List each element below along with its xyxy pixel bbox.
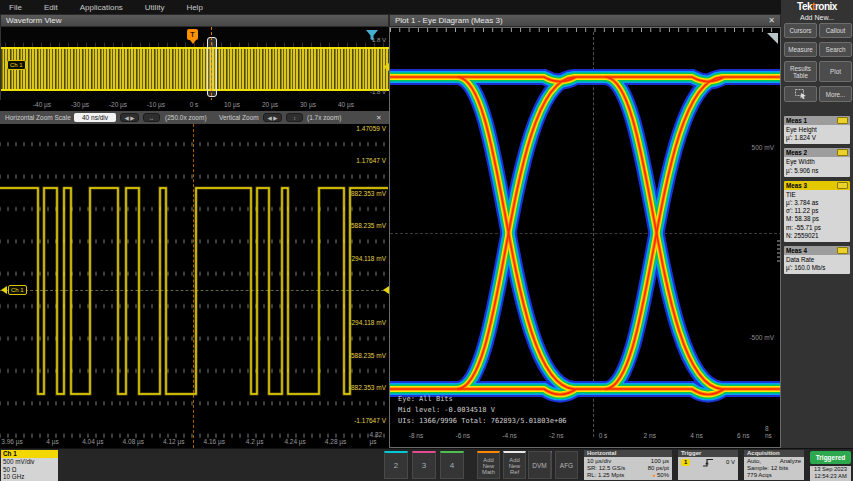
draw-a-box-icon[interactable] xyxy=(784,86,817,102)
zoom-time-label: 4.04 µs xyxy=(82,438,103,445)
measurement-value-line: M: 58.38 ps xyxy=(786,215,848,223)
dvm-button[interactable]: DVM xyxy=(528,451,551,479)
sidebar-button-cursors[interactable]: Cursors xyxy=(784,23,817,38)
measurement-badge-header: Meas 1 xyxy=(784,116,850,125)
vertical-zoom-toggle[interactable]: ↕ xyxy=(286,113,303,122)
channel1-badge-settings: 500 mV/div50 Ω10 GHz xyxy=(1,458,58,481)
waveform-view-titlebar[interactable]: Waveform View xyxy=(0,14,389,27)
horizontal-row: SR: 12.5 GS/s80 ps/pt xyxy=(587,465,669,472)
channel3-button[interactable]: 3 xyxy=(412,451,436,479)
vertical-zoom-step-buttons[interactable]: ◀ ▶ xyxy=(263,113,282,122)
horizontal-value: 10 µs/div xyxy=(587,458,611,465)
eye-annotation-uis: UIs: 1366/9996 Total: 762893/5.01803e+06 xyxy=(398,417,567,425)
sidebar-button-results-table[interactable]: Results Table xyxy=(784,61,817,82)
horizontal-zoom-scale-label: Horizontal Zoom Scale xyxy=(5,113,71,122)
sidebar-button-measure[interactable]: Measure xyxy=(784,42,817,57)
measurement-value-line: µ': 5.906 ns xyxy=(786,167,848,175)
acquisition-sample-bits: Sample: 12 bits xyxy=(747,465,788,472)
acquisition-panel[interactable]: Acquisition Auto,Analyze Sample: 12 bits… xyxy=(744,450,804,480)
measurement-badge-2[interactable]: Meas 2Eye Widthµ': 5.906 ns xyxy=(784,148,850,176)
zoom-bar-close-icon[interactable]: ✕ xyxy=(376,113,381,122)
measurement-badge-4[interactable]: Meas 4Data Rateµ': 160.0 Mb/s xyxy=(784,246,850,274)
add-new-ref-button[interactable]: Add New Ref xyxy=(503,451,526,479)
measurement-value-line: TIE xyxy=(786,191,848,199)
zoom-time-label: 4.32 µs xyxy=(370,431,383,445)
measurement-value-line: m: -55.71 ps xyxy=(786,224,848,232)
measurement-badge-3[interactable]: Meas 3TIEµ': 3.784 asσ': 11.22 psM: 58.3… xyxy=(784,181,850,242)
acquisition-analyze: Analyze xyxy=(780,458,801,465)
overview-axis-label: 30 µs xyxy=(300,101,316,108)
sidebar-button-more[interactable]: More... xyxy=(819,86,852,102)
time-value: 12:54:23 AM xyxy=(810,473,851,480)
measurement-value-line: Data Rate xyxy=(786,256,848,264)
zoom-waveform-plot[interactable]: Ch 1 1.47059 V1.17647 V882.353 mV588.235… xyxy=(0,124,389,448)
zoom-voltage-label: -588.235 mV xyxy=(349,351,386,358)
menu-item-applications[interactable]: Applications xyxy=(80,3,123,12)
menu-item-edit[interactable]: Edit xyxy=(44,3,58,12)
trigger-level-value: 0 V xyxy=(726,459,735,466)
eye-diagram-titlebar[interactable]: Plot 1 - Eye Diagram (Meas 3) ✕ xyxy=(389,14,781,27)
horizontal-zoom-step-buttons[interactable]: ◀ ▶ xyxy=(120,113,139,122)
tektronix-logo: Tektronix xyxy=(781,1,853,12)
horizontal-zoom-scale-input[interactable]: 40 ns/div xyxy=(74,113,116,122)
channel2-button[interactable]: 2 xyxy=(384,451,408,479)
menu-item-utility[interactable]: Utility xyxy=(145,3,165,12)
horizontal-panel[interactable]: Horizontal 10 µs/div100 µsSR: 12.5 GS/s8… xyxy=(584,450,672,480)
horizontal-row: 10 µs/div100 µs xyxy=(587,458,669,465)
overview-axis-label: 20 µs xyxy=(262,101,278,108)
measurement-source-chip xyxy=(837,117,848,124)
channel1-badge[interactable]: Ch 1 500 mV/div50 Ω10 GHz xyxy=(1,450,58,481)
overview-axis-label: 10 µs xyxy=(224,101,240,108)
trigger-position-bullet-icon: ● xyxy=(653,472,657,478)
sidebar-grip-handle[interactable] xyxy=(777,240,780,262)
overview-channel-tag[interactable]: Ch 1 xyxy=(7,60,26,70)
menu-item-file[interactable]: File xyxy=(9,3,22,12)
measurement-value-line: σ': 11.22 ps xyxy=(786,207,848,215)
overview-axis-label: -40 µs xyxy=(33,101,51,108)
measurement-name: Meas 1 xyxy=(786,117,807,124)
zoom-voltage-label: 588.235 mV xyxy=(351,222,386,229)
zoom-voltage-label: -1.17647 V xyxy=(354,416,386,423)
eye-upper-voltage-label: 500 mV xyxy=(752,144,774,151)
run-status-button[interactable]: Triggered xyxy=(810,451,851,464)
horizontal-value: ● 50% xyxy=(653,472,669,479)
channel1-setting-line: 500 mV/div xyxy=(3,458,56,466)
channel4-button[interactable]: 4 xyxy=(440,451,464,479)
zoom-voltage-label: 882.353 mV xyxy=(351,189,386,196)
horizontal-value: RL: 1.25 Mpts xyxy=(587,472,624,479)
afg-button[interactable]: AFG xyxy=(555,451,578,479)
trigger-position-icon[interactable]: T xyxy=(187,29,198,40)
acquisition-mode: Auto, xyxy=(747,458,761,465)
zoom-channel-tag[interactable]: Ch 1 xyxy=(8,285,27,295)
waveform-overview[interactable]: Ch 1 T 1.8 V -1.8 V xyxy=(0,27,389,101)
menu-bar: FileEditApplicationsUtilityHelp xyxy=(0,0,853,14)
add-new-math-button[interactable]: Add New Math xyxy=(477,451,500,479)
measurement-values: Eye Heightµ': 1.824 V xyxy=(784,125,850,144)
eye-time-label: 8 ns xyxy=(765,425,775,439)
sidebar-button-search[interactable]: Search xyxy=(819,42,852,57)
menu-item-help[interactable]: Help xyxy=(186,3,202,12)
trigger-panel[interactable]: Trigger 1 0 V xyxy=(678,450,738,480)
eye-diagram-close-icon[interactable]: ✕ xyxy=(768,16,775,25)
sidebar-button-callout[interactable]: Callout xyxy=(819,23,852,38)
zoom-time-label: 4.08 µs xyxy=(123,438,144,445)
zoom-time-label: 4.12 µs xyxy=(163,438,184,445)
measurement-badge-1[interactable]: Meas 1Eye Heightµ': 1.824 V xyxy=(784,116,850,144)
measurement-source-chip xyxy=(837,247,848,254)
measurement-values: Data Rateµ': 160.0 Mb/s xyxy=(784,255,850,274)
eye-annotation-midlevel: Mid level: -0.0034518 V xyxy=(398,406,495,414)
eye-diagram-plot[interactable]: 500 mV -500 mV Eye: All Bits Mid level: … xyxy=(389,27,781,448)
overview-waveform-band xyxy=(1,47,390,91)
channel1-waveform-trace xyxy=(0,124,389,448)
eye-diagram-trace xyxy=(390,28,781,448)
zoom-voltage-label: 1.47059 V xyxy=(356,125,386,132)
measurement-value-line: Eye Height xyxy=(786,126,848,134)
sidebar-button-plot[interactable]: Plot xyxy=(819,61,852,82)
zoom-selection-box[interactable] xyxy=(207,37,217,97)
eye-diagram-title: Plot 1 - Eye Diagram (Meas 3) xyxy=(395,16,503,25)
zoom-time-label: 4.2 µs xyxy=(246,438,264,445)
horizontal-zoom-toggle[interactable]: ↔ xyxy=(143,113,160,122)
zoom-scale-bar: Horizontal Zoom Scale 40 ns/div ◀ ▶ ↔ (2… xyxy=(0,111,389,124)
plot-handle-icon[interactable] xyxy=(767,33,778,44)
measurement-value-line: N: 2559021 xyxy=(786,232,848,240)
